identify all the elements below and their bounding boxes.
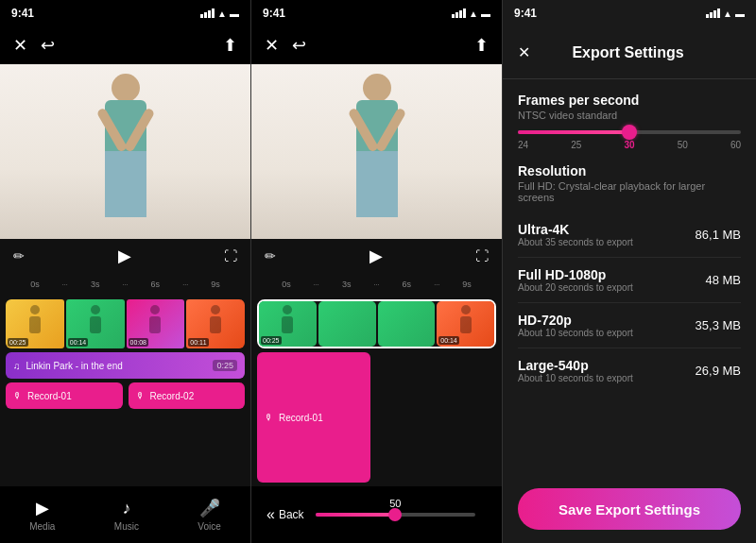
music-clip-time: 0:25 <box>213 360 237 371</box>
volume-slider[interactable]: 50 <box>316 513 475 517</box>
record-clip-label-p2: Record-01 <box>279 413 323 423</box>
clip-thumbnails-1: 00:25 00:14 00:08 <box>6 299 245 348</box>
record-clip-2[interactable]: 🎙 Record-02 <box>129 382 246 409</box>
fps-label-25: 25 <box>571 140 581 150</box>
mic-icon-1: 🎙 <box>13 391 22 400</box>
timeline-markers-2: 0s · · · 3s · · · 6s · · · 9s <box>259 280 494 289</box>
back-button[interactable]: « Back <box>266 506 304 523</box>
res-desc-4k: About 35 seconds to export <box>518 237 633 247</box>
signal-bar <box>706 14 709 18</box>
export-title: Export Settings <box>538 44 718 61</box>
arm-left <box>95 108 128 153</box>
clip-thumb-4[interactable]: 00:11 <box>186 299 245 348</box>
signal-bar <box>452 14 455 18</box>
fps-section: Frames per second NTSC video standard 24… <box>518 93 741 150</box>
fullscreen-icon-1[interactable]: ⛶ <box>224 248 237 263</box>
edit-icon-1[interactable]: ✏ <box>13 248 25 263</box>
record-clip-1[interactable]: 🎙 Record-01 <box>6 382 123 409</box>
clip-thumb-3[interactable]: 00:08 <box>127 299 185 348</box>
res-size-720p: 35,3 MB <box>696 318 741 332</box>
res-size-4k: 86,1 MB <box>696 228 741 242</box>
mini-head <box>30 305 40 314</box>
signal-bar <box>200 14 203 18</box>
video-bg-1 <box>0 64 250 239</box>
battery-icon: ▬ <box>230 8 239 19</box>
voice-label: Voice <box>198 521 220 532</box>
share-icon-1[interactable]: ⬆ <box>223 35 237 56</box>
panel-3-export: 9:41 ▲ ▬ ✕ Export Settings Frames per se… <box>503 0 756 543</box>
save-export-button[interactable]: Save Export Settings <box>518 488 741 530</box>
status-bar-3: 9:41 ▲ ▬ <box>503 0 756 26</box>
media-tool[interactable]: ▶ Media <box>29 498 55 532</box>
thumb-content-p2-2 <box>318 301 376 347</box>
mic-icon-p2: 🎙 <box>265 413 273 422</box>
mini-head <box>150 305 160 314</box>
voice-tool[interactable]: 🎤 Voice <box>198 498 220 532</box>
wifi-icon-3: ▲ <box>723 8 732 19</box>
video-controls-1: ✏ ▶ ⛶ <box>0 239 250 273</box>
music-label: Music <box>114 521 139 532</box>
record-clip-p2[interactable]: 🎙 Record-01 <box>257 352 370 483</box>
fps-slider-track[interactable] <box>518 130 741 134</box>
status-icons-2: ▲ ▬ <box>452 8 490 19</box>
export-close-icon[interactable]: ✕ <box>518 43 530 61</box>
media-icon: ▶ <box>36 498 49 518</box>
edit-icon-2[interactable]: ✏ <box>265 248 276 263</box>
undo-icon-1[interactable]: ↩ <box>41 35 55 56</box>
signal-bar <box>717 8 720 18</box>
play-icon-1[interactable]: ▶ <box>118 246 131 266</box>
panel2-bottom: « Back 50 <box>251 486 502 543</box>
person-head-2 <box>363 74 391 102</box>
clip-thumb-p2-2[interactable] <box>318 301 376 347</box>
toolbar-2: ✕ ↩ ⬆ <box>251 26 502 64</box>
video-bg-2 <box>251 64 502 239</box>
thumb-content-p2-3 <box>378 301 436 347</box>
res-option-1080p[interactable]: Full HD-1080p About 20 seconds to export… <box>518 258 741 303</box>
back-label: Back <box>279 508 304 521</box>
clip-duration-p2-4: 00:14 <box>438 336 459 345</box>
person-head <box>112 74 140 102</box>
volume-thumb[interactable] <box>388 508 402 521</box>
battery-icon-2: ▬ <box>481 8 490 19</box>
clip-thumb-p2-4[interactable]: 00:14 <box>437 301 494 347</box>
panel-2: 9:41 ▲ ▬ ✕ ↩ ⬆ <box>251 0 503 543</box>
fullscreen-icon-2[interactable]: ⛶ <box>475 248 489 263</box>
clip-thumb-2[interactable]: 00:14 <box>66 299 125 348</box>
arm-right-2 <box>374 108 406 153</box>
close-icon-2[interactable]: ✕ <box>265 35 279 56</box>
res-option-720p[interactable]: HD-720p About 10 seconds to export 35,3 … <box>518 303 741 348</box>
signal-bar <box>459 10 462 18</box>
fps-slider-thumb[interactable] <box>622 125 637 140</box>
toolbar-left-2: ✕ ↩ <box>265 35 306 56</box>
mini-head <box>283 305 292 314</box>
close-icon-1[interactable]: ✕ <box>13 35 27 56</box>
clip-thumb-1[interactable]: 00:25 <box>6 299 64 348</box>
res-option-4k[interactable]: Ultra-4K About 35 seconds to export 86,1… <box>518 212 741 258</box>
tl-9s-2: 9s <box>439 280 494 289</box>
fps-title: Frames per second <box>518 93 741 108</box>
signal-bar <box>455 12 458 18</box>
mini-body <box>282 316 293 333</box>
clip-thumb-p2-1[interactable]: 00:25 <box>259 301 317 347</box>
save-button-container: Save Export Settings <box>503 479 756 543</box>
play-icon-2[interactable]: ▶ <box>369 246 383 266</box>
signal-bar <box>713 10 716 18</box>
res-option-540p[interactable]: Large-540p About 10 seconds to export 26… <box>518 348 741 393</box>
toolbar-1: ✕ ↩ ⬆ <box>0 26 250 64</box>
record-clip-label-2: Record-02 <box>150 391 195 401</box>
mini-body <box>149 316 161 333</box>
clip-duration-4: 00:11 <box>188 338 209 347</box>
clip-thumbnails-2: 00:25 00:14 <box>257 299 496 348</box>
music-clip-1[interactable]: ♫ Linkin Park - in the end 0:25 <box>6 352 245 379</box>
share-icon-2[interactable]: ⬆ <box>474 35 489 56</box>
fps-label-50: 50 <box>678 140 688 150</box>
music-tool[interactable]: ♪ Music <box>114 499 139 532</box>
mini-body <box>210 316 221 333</box>
clip-thumb-p2-3[interactable] <box>378 301 436 347</box>
mini-person-4 <box>206 305 225 343</box>
clip-duration-1: 00:25 <box>8 338 28 347</box>
undo-icon-2[interactable]: ↩ <box>292 35 306 56</box>
status-bar-2: 9:41 ▲ ▬ <box>251 0 502 26</box>
mini-body <box>460 316 472 333</box>
bottom-toolbar-1: ▶ Media ♪ Music 🎤 Voice <box>0 486 250 543</box>
